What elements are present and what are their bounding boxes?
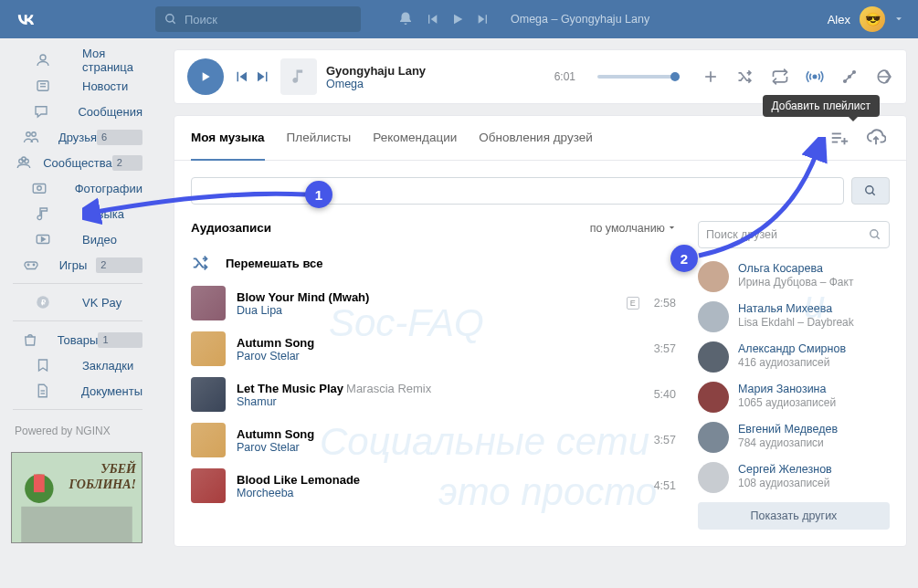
upload-icon[interactable] — [866, 128, 886, 148]
next-icon[interactable] — [476, 12, 491, 26]
track-row[interactable]: Autumn SongParov Stelar 3:57 — [191, 417, 676, 463]
track-row[interactable]: Autumn SongParov Stelar 3:57 — [191, 326, 676, 372]
tab[interactable]: Рекомендации — [373, 116, 457, 160]
track-cover — [191, 286, 226, 320]
player-track-artist[interactable]: Omega — [326, 78, 426, 90]
add-icon[interactable] — [702, 68, 720, 86]
header-search-input[interactable] — [185, 13, 338, 26]
sidebar-item-label: Документы — [81, 384, 142, 398]
track-title: Blow Your Mind (Mwah) — [237, 290, 369, 304]
track-title: Autumn Song — [237, 427, 314, 441]
friend-row[interactable]: Сергей Железнов108 аудиозаписей — [698, 462, 890, 493]
friend-row[interactable]: Ольга КосареваИрина Дубцова – Факт — [698, 261, 890, 292]
bookmark-icon — [13, 356, 73, 374]
share-icon[interactable] — [875, 68, 893, 86]
friend-avatar — [698, 341, 729, 373]
svg-line-39 — [872, 193, 875, 195]
vk-logo[interactable] — [15, 8, 37, 30]
player-next-icon[interactable] — [255, 68, 271, 85]
svg-point-27 — [813, 75, 816, 78]
track-artist[interactable]: Parov Stelar — [237, 350, 643, 362]
chevron-down-icon — [894, 15, 903, 24]
tab[interactable]: Моя музыка — [191, 116, 265, 161]
friend-row[interactable]: Евгений Медведев784 аудиозаписи — [698, 422, 890, 453]
shuffle-icon[interactable] — [736, 68, 754, 86]
track-artist[interactable]: Parov Stelar — [237, 441, 643, 454]
badge: 6 — [97, 130, 142, 145]
sidebar-item[interactable]: Закладки — [5, 352, 150, 378]
friend-name: Наталья Михеева — [738, 301, 854, 316]
tab[interactable]: Обновления друзей — [479, 116, 593, 160]
play-icon[interactable] — [450, 12, 465, 26]
progress-bar[interactable] — [597, 75, 680, 79]
track-duration: 4:51 — [654, 479, 676, 492]
sidebar-item[interactable]: Новости — [5, 73, 150, 99]
docs-icon — [13, 382, 72, 400]
sidebar-item[interactable]: Сообщества2 — [5, 150, 150, 175]
sidebar-item[interactable]: Документы — [5, 378, 150, 404]
step-badge-1: 1 — [305, 181, 332, 208]
friend-name: Евгений Медведев — [738, 422, 838, 436]
similar-icon[interactable] — [840, 68, 859, 86]
sidebar-item[interactable]: Видео — [5, 226, 150, 252]
svg-text:₽: ₽ — [41, 299, 46, 307]
repeat-icon[interactable] — [771, 68, 789, 86]
photos-icon — [13, 179, 66, 197]
friend-avatar — [698, 462, 729, 493]
notifications-icon[interactable] — [397, 11, 414, 27]
play-button[interactable] — [187, 58, 224, 95]
sidebar-item-label: Сообщества — [43, 156, 112, 170]
sidebar-item[interactable]: Товары1 — [5, 327, 150, 352]
sidebar-item[interactable]: Друзья6 — [5, 124, 150, 150]
friend-name: Мария Занозина — [738, 382, 836, 396]
friend-avatar — [698, 422, 729, 453]
track-title: Blood Like Lemonade — [237, 473, 360, 487]
svg-line-1 — [173, 21, 175, 24]
shuffle-icon — [191, 253, 211, 273]
sidebar-item-label: Видео — [82, 233, 142, 247]
track-row[interactable]: Blow Your Mind (Mwah)Dua Lipa E2:58 — [191, 280, 676, 326]
friend-row[interactable]: Мария Занозина1065 аудиозаписей — [698, 382, 890, 413]
player-prev-icon[interactable] — [233, 68, 249, 85]
sort-select[interactable]: по умолчанию — [590, 222, 676, 235]
player-cover — [280, 58, 317, 95]
track-title: Autumn Song — [237, 336, 314, 350]
show-more-friends[interactable]: Показать других — [698, 502, 890, 530]
sidebar-item[interactable]: Моя страница — [5, 47, 150, 73]
prev-icon[interactable] — [425, 12, 439, 26]
track-artist[interactable]: Dua Lipa — [237, 304, 616, 317]
sidebar-item-label: Новости — [82, 79, 142, 93]
sidebar-item-label: Сообщения — [78, 105, 142, 119]
ad-banner[interactable]: УБЕЙГОБЛИНА! — [11, 452, 142, 543]
friend-row[interactable]: Александр Смирнов416 аудиозаписей — [698, 341, 890, 373]
svg-point-40 — [871, 230, 878, 237]
svg-line-41 — [877, 236, 880, 239]
track-artist[interactable]: Morcheeba — [237, 487, 643, 499]
broadcast-icon[interactable] — [806, 68, 824, 86]
header-search[interactable] — [155, 6, 361, 32]
friend-row[interactable]: Наталья МихееваLisa Ekdahl – Daybreak — [698, 301, 890, 332]
svg-rect-11 — [33, 184, 46, 194]
svg-point-12 — [37, 186, 42, 191]
left-sidebar: Моя страницаНовостиСообщенияДрузья6Сообщ… — [0, 38, 150, 558]
sidebar-item[interactable]: Игры2 — [5, 252, 150, 278]
friend-sub: Lisa Ekdahl – Daybreak — [738, 316, 854, 331]
header-user[interactable]: Alex 😎 — [828, 6, 903, 32]
track-cover — [191, 468, 226, 503]
sidebar-item-label: Друзья — [58, 131, 97, 144]
search-icon — [164, 13, 177, 26]
track-artist[interactable]: Shamur — [237, 395, 643, 408]
tab[interactable]: Плейлисты — [287, 116, 352, 160]
messages-icon — [13, 102, 69, 121]
music-search-button[interactable] — [851, 177, 890, 205]
track-row[interactable]: Let The Music PlayMarascia RemixShamur 5… — [191, 372, 676, 417]
sidebar-item[interactable]: Сообщения — [5, 99, 150, 124]
ruble-icon: ₽ — [13, 293, 73, 311]
svg-point-14 — [34, 264, 36, 266]
sidebar-item-vkpay[interactable]: ₽ VK Pay — [5, 289, 150, 315]
svg-line-32 — [849, 72, 854, 77]
shuffle-all[interactable]: Перемешать все — [191, 246, 676, 280]
avatar: 😎 — [860, 6, 885, 32]
track-row[interactable]: Blood Like LemonadeMorcheeba 4:51 — [191, 463, 676, 509]
track-duration: 3:57 — [654, 434, 676, 446]
